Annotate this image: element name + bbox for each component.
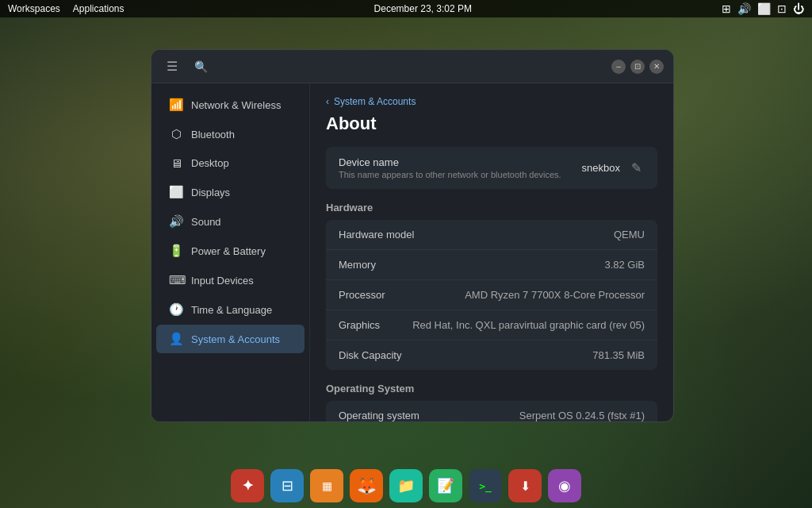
desktop-icon: 🖥 <box>169 156 183 170</box>
sidebar-item-desktop[interactable]: 🖥 Desktop <box>156 149 304 177</box>
titlebar-search-button[interactable]: 🔍 <box>190 56 212 78</box>
dock-item-2[interactable]: ⊟ <box>270 469 304 502</box>
sidebar-item-input-devices[interactable]: ⌨ Input Devices <box>156 266 304 294</box>
window-titlebar: ☰ 🔍 – ⊡ ✕ <box>151 50 673 83</box>
device-name-value: snekbox ✎ <box>582 157 645 179</box>
minimize-button[interactable]: – <box>611 60 626 74</box>
device-name-card: Device name This name appears to other n… <box>326 147 657 189</box>
os-row: Operating system Serpent OS 0.24.5 (fstx… <box>326 401 657 421</box>
sidebar-item-label: Network & Wireless <box>191 99 281 111</box>
dock-item-4[interactable]: 🦊 <box>350 469 383 502</box>
applications-menu[interactable]: Applications <box>73 3 124 14</box>
clock-icon: 🕐 <box>169 302 183 317</box>
battery-icon: 🔋 <box>169 244 183 258</box>
device-name-info: Device name This name appears to other n… <box>339 156 561 179</box>
graphics-row: Graphics Red Hat, Inc. QXL paravirtual g… <box>326 310 657 341</box>
settings-sidebar: 📶 Network & Wireless ⬡ Bluetooth 🖥 Deskt… <box>151 83 310 421</box>
close-button[interactable]: ✕ <box>649 60 664 74</box>
tray-icon-5[interactable]: ⏻ <box>793 2 804 15</box>
sidebar-item-bluetooth[interactable]: ⬡ Bluetooth <box>156 120 304 148</box>
bluetooth-icon: ⬡ <box>169 127 183 141</box>
graphics-value: Red Hat, Inc. QXL paravirtual graphic ca… <box>412 319 645 331</box>
tray-icon-2[interactable]: 🔊 <box>737 2 751 15</box>
os-info-table: Operating system Serpent OS 0.24.5 (fstx… <box>326 401 657 421</box>
sidebar-item-label: Bluetooth <box>191 129 235 140</box>
sidebar-item-label: Time & Language <box>191 304 272 316</box>
sidebar-item-system-accounts[interactable]: 👤 System & Accounts <box>156 325 304 353</box>
processor-key: Processor <box>339 289 385 301</box>
search-icon: 🔍 <box>194 60 208 73</box>
sidebar-item-label: Input Devices <box>191 275 254 287</box>
sidebar-item-displays[interactable]: ⬜ Displays <box>156 178 304 206</box>
sidebar-item-sound[interactable]: 🔊 Sound <box>156 207 304 236</box>
dock-item-3[interactable]: ▦ <box>310 469 343 502</box>
memory-row: Memory 3.82 GiB <box>326 250 657 280</box>
breadcrumb-arrow: ‹ <box>326 96 329 107</box>
window-controls: – ⊡ ✕ <box>611 60 664 74</box>
workspaces-menu[interactable]: Workspaces <box>8 3 60 14</box>
dock-item-7[interactable]: >_ <box>469 469 502 502</box>
maximize-button[interactable]: ⊡ <box>630 60 645 74</box>
hardware-model-key: Hardware model <box>339 229 414 241</box>
hardware-info-table: Hardware model QEMU Memory 3.82 GiB Proc… <box>326 220 657 370</box>
device-name-description: This name appears to other network or bl… <box>339 170 561 179</box>
settings-window: ☰ 🔍 – ⊡ ✕ 📶 Network & Wireless ⬡ Bluetoo… <box>151 49 674 422</box>
sound-icon: 🔊 <box>169 214 183 229</box>
graphics-key: Graphics <box>339 319 380 331</box>
disk-capacity-row: Disk Capacity 781.35 MiB <box>326 341 657 370</box>
taskbar-top: Workspaces Applications December 23, 3:0… <box>0 0 812 17</box>
os-value: Serpent OS 0.24.5 (fstx #1) <box>519 410 645 421</box>
device-name-label: Device name <box>339 156 561 168</box>
dock-item-1[interactable]: ✦ <box>231 469 264 502</box>
sidebar-item-time-language[interactable]: 🕐 Time & Language <box>156 295 304 324</box>
hardware-section-title: Hardware <box>326 202 657 214</box>
tray-icon-3[interactable]: ⬜ <box>757 2 771 15</box>
breadcrumb[interactable]: ‹ System & Accounts <box>326 96 657 107</box>
memory-key: Memory <box>339 259 376 271</box>
sidebar-item-label: Displays <box>191 187 230 198</box>
dock-item-6[interactable]: 📝 <box>429 469 462 502</box>
processor-row: Processor AMD Ryzen 7 7700X 8-Core Proce… <box>326 280 657 310</box>
user-icon: 👤 <box>169 332 183 346</box>
tray-icon-4[interactable]: ⊡ <box>777 2 787 15</box>
hardware-model-row: Hardware model QEMU <box>326 220 657 250</box>
system-tray: ⊞ 🔊 ⬜ ⊡ ⏻ <box>722 2 804 15</box>
taskbar-bottom: ✦ ⊟ ▦ 🦊 📁 📝 >_ ⬇ ◉ <box>0 464 812 508</box>
window-body: 📶 Network & Wireless ⬡ Bluetooth 🖥 Deskt… <box>151 83 673 421</box>
breadcrumb-label: System & Accounts <box>334 96 416 107</box>
processor-value: AMD Ryzen 7 7700X 8-Core Processor <box>465 289 645 301</box>
os-section-title: Operating System <box>326 383 657 394</box>
displays-icon: ⬜ <box>169 185 183 199</box>
tray-icon-1[interactable]: ⊞ <box>722 2 731 15</box>
disk-capacity-value: 781.35 MiB <box>592 349 645 361</box>
page-title: About <box>326 114 657 134</box>
clock: December 23, 3:02 PM <box>374 3 472 14</box>
keyboard-icon: ⌨ <box>169 273 183 287</box>
hardware-model-value: QEMU <box>614 229 645 241</box>
sidebar-item-label: System & Accounts <box>191 333 280 345</box>
sidebar-item-label: Desktop <box>191 157 229 169</box>
sidebar-item-power-battery[interactable]: 🔋 Power & Battery <box>156 237 304 265</box>
titlebar-menu-icon[interactable]: ☰ <box>161 56 183 78</box>
memory-value: 3.82 GiB <box>604 259 645 271</box>
sidebar-item-network-wireless[interactable]: 📶 Network & Wireless <box>156 90 304 119</box>
os-key: Operating system <box>339 410 419 421</box>
sidebar-item-label: Sound <box>191 216 221 228</box>
dock-item-9[interactable]: ◉ <box>548 469 581 502</box>
dock-item-5[interactable]: 📁 <box>389 469 423 502</box>
device-name-edit-button[interactable]: ✎ <box>628 157 645 179</box>
main-content: ‹ System & Accounts About Device name Th… <box>310 83 673 421</box>
sidebar-item-label: Power & Battery <box>191 245 266 257</box>
device-name-text: snekbox <box>582 162 620 174</box>
dock-item-8[interactable]: ⬇ <box>508 469 542 502</box>
taskbar-top-left: Workspaces Applications <box>8 3 124 14</box>
network-icon: 📶 <box>169 98 183 112</box>
disk-capacity-key: Disk Capacity <box>339 349 401 361</box>
